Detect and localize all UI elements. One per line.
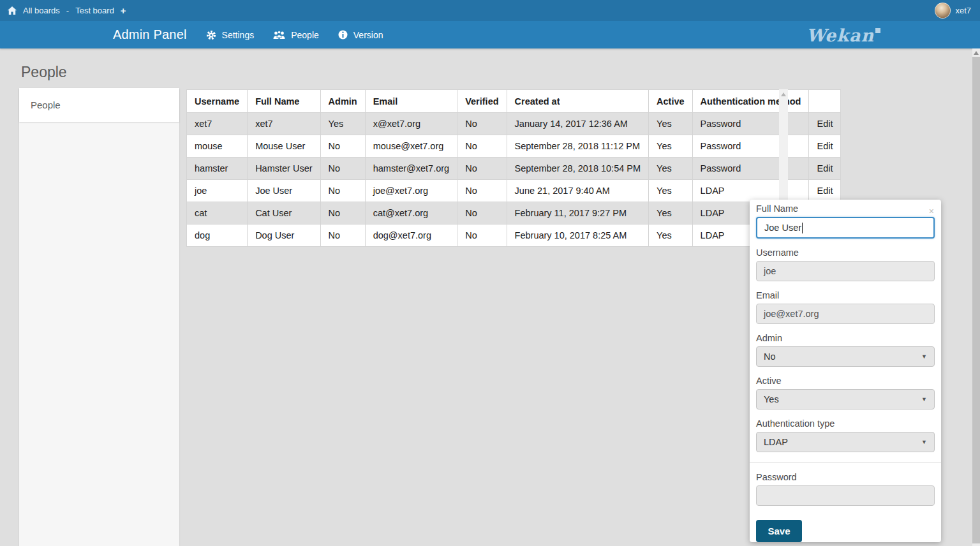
nav-version[interactable]: Version bbox=[338, 30, 383, 40]
breadcrumb-board-name[interactable]: Test board bbox=[75, 6, 114, 15]
cell-full-name: xet7 bbox=[248, 113, 320, 135]
col-auth-method: Authentication method bbox=[692, 90, 809, 113]
username-input: joe bbox=[756, 261, 935, 281]
cell-username: xet7 bbox=[187, 113, 248, 135]
cell-active: Yes bbox=[649, 202, 693, 225]
save-button[interactable]: Save bbox=[756, 520, 802, 542]
cell-full-name: Hamster User bbox=[248, 158, 320, 180]
cell-admin: No bbox=[320, 225, 365, 247]
cell-full-name: Dog User bbox=[248, 225, 320, 247]
username-value: joe bbox=[764, 266, 776, 276]
username-label: Username bbox=[756, 247, 935, 258]
col-verified: Verified bbox=[457, 90, 507, 113]
gear-icon bbox=[206, 30, 216, 40]
cell-actions: Edit bbox=[809, 158, 841, 180]
cell-admin: Yes bbox=[320, 113, 365, 135]
people-table: Username Full Name Admin Email Verified … bbox=[186, 89, 841, 247]
edit-link[interactable]: Edit bbox=[817, 163, 833, 173]
home-icon[interactable] bbox=[8, 6, 17, 15]
cell-verified: No bbox=[457, 158, 507, 180]
cell-admin: No bbox=[320, 135, 365, 158]
info-icon bbox=[338, 30, 348, 40]
cell-email: dog@xet7.org bbox=[365, 225, 457, 247]
scrollbar-thumb[interactable] bbox=[972, 57, 980, 543]
cell-auth-method: Password bbox=[692, 113, 809, 135]
auth-type-select[interactable]: LDAP ▼ bbox=[756, 432, 935, 452]
cell-username: joe bbox=[187, 180, 248, 202]
cell-auth-method: Password bbox=[692, 158, 809, 180]
window-scrollbar[interactable] bbox=[972, 48, 980, 546]
nav-settings-label: Settings bbox=[222, 30, 255, 40]
cell-username: dog bbox=[187, 225, 248, 247]
admin-nav: Settings People bbox=[206, 30, 383, 40]
wekan-logo-cube bbox=[875, 28, 880, 33]
nav-settings[interactable]: Settings bbox=[206, 30, 255, 40]
nav-people[interactable]: People bbox=[273, 30, 319, 40]
cell-username: cat bbox=[187, 202, 248, 225]
email-value: joe@xet7.org bbox=[764, 309, 819, 319]
cell-email: joe@xet7.org bbox=[365, 180, 457, 202]
password-label: Password bbox=[756, 472, 935, 482]
admin-select[interactable]: No ▼ bbox=[756, 346, 935, 367]
table-header-row: Username Full Name Admin Email Verified … bbox=[187, 90, 841, 113]
edit-link[interactable]: Edit bbox=[817, 141, 833, 151]
user-name: xet7 bbox=[955, 6, 971, 15]
cell-actions: Edit bbox=[809, 113, 841, 135]
cell-created-at: February 11, 2017 9:27 PM bbox=[507, 202, 649, 225]
text-caret bbox=[802, 223, 803, 233]
edit-link[interactable]: Edit bbox=[817, 186, 833, 196]
close-icon[interactable]: × bbox=[929, 208, 934, 214]
email-label: Email bbox=[756, 290, 935, 300]
chevron-down-icon: ▼ bbox=[921, 396, 927, 402]
user-menu[interactable]: xet7 bbox=[935, 3, 980, 18]
chevron-down-icon: ▼ bbox=[921, 439, 927, 445]
user-avatar[interactable] bbox=[935, 3, 951, 18]
cell-admin: No bbox=[320, 158, 365, 180]
scroll-up-icon[interactable] bbox=[781, 92, 786, 96]
cell-created-at: January 14, 2017 12:36 AM bbox=[507, 113, 649, 135]
table-row: xet7 xet7 Yes x@xet7.org No January 14, … bbox=[187, 113, 841, 135]
chevron-down-icon: ▼ bbox=[921, 353, 927, 360]
cell-actions: Edit bbox=[809, 180, 841, 202]
cell-auth-method: LDAP bbox=[692, 180, 809, 202]
active-select[interactable]: Yes ▼ bbox=[756, 389, 935, 410]
breadcrumb: All boards - Test board + bbox=[0, 5, 126, 16]
cell-full-name: Joe User bbox=[248, 180, 320, 202]
cell-active: Yes bbox=[649, 180, 693, 202]
admin-sidebar: People bbox=[19, 88, 179, 546]
scroll-up-icon[interactable] bbox=[974, 51, 979, 55]
col-actions bbox=[809, 90, 841, 113]
breadcrumb-separator: - bbox=[66, 6, 69, 15]
cell-auth-method: Password bbox=[692, 135, 809, 158]
add-board-icon[interactable]: + bbox=[121, 5, 126, 16]
cell-email: x@xet7.org bbox=[365, 113, 457, 135]
board-top-bar: All boards - Test board + xet7 bbox=[0, 0, 980, 21]
sidebar-item-people[interactable]: People bbox=[19, 88, 179, 122]
table-row: dog Dog User No dog@xet7.org No February… bbox=[187, 225, 841, 247]
cell-username: mouse bbox=[187, 135, 248, 158]
col-email: Email bbox=[365, 90, 457, 113]
cell-admin: No bbox=[320, 180, 365, 202]
col-active: Active bbox=[649, 90, 693, 113]
breadcrumb-all-boards[interactable]: All boards bbox=[23, 6, 60, 15]
table-row: mouse Mouse User No mouse@xet7.org No Se… bbox=[187, 135, 841, 158]
cell-email: hamster@xet7.org bbox=[365, 158, 457, 180]
cell-created-at: September 28, 2018 10:54 PM bbox=[507, 158, 649, 180]
password-input[interactable] bbox=[756, 485, 935, 506]
email-input: joe@xet7.org bbox=[756, 304, 935, 324]
popup-divider bbox=[750, 462, 941, 463]
full-name-input[interactable]: Joe User bbox=[756, 217, 935, 239]
admin-panel-title: Admin Panel bbox=[113, 27, 187, 42]
table-row: cat Cat User No cat@xet7.org No February… bbox=[187, 202, 841, 225]
cell-created-at: February 10, 2017 8:25 AM bbox=[507, 225, 649, 247]
col-username: Username bbox=[187, 90, 248, 113]
cell-username: hamster bbox=[187, 158, 248, 180]
cell-active: Yes bbox=[649, 158, 693, 180]
cell-admin: No bbox=[320, 202, 365, 225]
cell-full-name: Mouse User bbox=[248, 135, 320, 158]
people-icon bbox=[273, 31, 285, 40]
cell-verified: No bbox=[457, 225, 507, 247]
table-row: joe Joe User No joe@xet7.org No June 21,… bbox=[187, 180, 841, 202]
col-admin: Admin bbox=[320, 90, 365, 113]
edit-link[interactable]: Edit bbox=[817, 119, 833, 129]
